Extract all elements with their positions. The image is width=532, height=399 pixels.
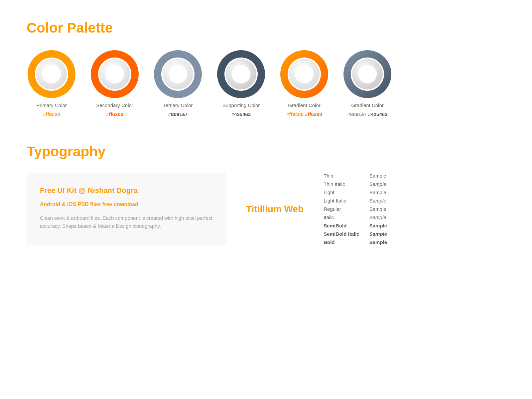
weight-label-bold: Bold [324, 239, 359, 245]
sample-regular: Sample [369, 206, 387, 212]
swatch-gradient2-hex: #8091a7 #425463 [347, 111, 388, 117]
sample-light-italic: Sample [369, 198, 387, 203]
kit-title: Free UI Kit @ Nishant Dogra [40, 186, 213, 195]
sample-thin-italic: Sample [369, 181, 387, 187]
swatch-tertiary: Tertiary Color #8091a7 [153, 49, 203, 117]
typography-content: Free UI Kit @ Nishant Dogra Android & iO… [27, 173, 505, 245]
swatch-secondary-label: Secondary Color [96, 102, 133, 108]
color-swatches-container: Primary Color #ff9c00 Secondary Color #f… [27, 49, 505, 117]
swatch-gradient1-label: Gradient Color [288, 102, 321, 108]
swatch-gradient2: Gradient Color #8091a7 #425463 [342, 49, 392, 117]
donut-gradient1 [279, 49, 329, 99]
weight-label-light: Light [324, 190, 359, 195]
swatch-primary-hex: #ff9c00 [43, 111, 60, 117]
font-weight-labels-col: Thin Thin Italic Light Light Italic Regu… [324, 173, 359, 245]
sample-semibold-italic: Sample [369, 231, 387, 237]
svg-point-19 [295, 65, 314, 83]
typography-card: Free UI Kit @ Nishant Dogra Android & iO… [27, 173, 226, 245]
donut-gradient2 [342, 49, 392, 99]
swatch-supporting-label: Supporting Color [222, 102, 260, 108]
weight-label-regular: Regular [324, 206, 359, 212]
svg-point-15 [232, 65, 250, 83]
swatch-tertiary-label: Tertiary Color [163, 102, 193, 108]
donut-secondary [90, 49, 140, 99]
weight-label-semibold-italic: SemiBold Italic [324, 231, 359, 237]
svg-point-23 [358, 65, 377, 83]
font-weight-samples-col: Sample Sample Sample Sample Sample Sampl… [369, 173, 387, 245]
sample-thin: Sample [369, 173, 387, 179]
swatch-supporting: Supporting Color #425463 [216, 49, 266, 117]
color-palette-section: Color Palette Primary Color #ff9c00 [27, 20, 505, 117]
weight-label-thin: Thin [324, 173, 359, 179]
sample-bold: Sample [369, 239, 387, 245]
swatch-gradient2-label: Gradient Color [351, 102, 384, 108]
kit-subtitle: Android & iOS PSD files free download [40, 201, 213, 207]
swatch-primary: Primary Color #ff9c00 [27, 49, 76, 117]
color-palette-title: Color Palette [27, 20, 505, 36]
sample-light: Sample [369, 190, 387, 195]
weight-label-semibold: SemiBold [324, 223, 359, 228]
swatch-supporting-hex: #425463 [231, 111, 251, 117]
font-weights-table: Thin Thin Italic Light Light Italic Regu… [324, 173, 387, 245]
svg-point-7 [105, 65, 124, 83]
swatch-secondary-hex: #ff6300 [106, 111, 123, 117]
sample-italic: Sample [369, 214, 387, 220]
donut-supporting [216, 49, 266, 99]
typography-title: Typography [27, 144, 505, 160]
weight-label-light-italic: Light Italic [324, 198, 359, 203]
swatch-gradient1-hex: #ff9c00 #ff6300 [286, 111, 322, 117]
swatch-tertiary-hex: #8091a7 [168, 111, 188, 117]
weight-label-thin-italic: Thin Italic [324, 181, 359, 187]
weight-label-italic: Italic [324, 214, 359, 220]
svg-point-11 [169, 65, 187, 83]
donut-primary [27, 49, 76, 99]
swatch-primary-label: Primary Color [36, 102, 67, 108]
typography-right: Titillium Web Thin Thin Italic Light Lig… [246, 173, 387, 245]
swatch-secondary: Secondary Color #ff6300 [90, 49, 140, 117]
font-name: Titillium Web [246, 204, 304, 214]
kit-description: Clean work & artboard files. Each compon… [40, 214, 213, 230]
donut-tertiary [153, 49, 203, 99]
swatch-gradient1: Gradient Color #ff9c00 #ff6300 [279, 49, 329, 117]
sample-semibold: Sample [369, 223, 387, 228]
svg-point-3 [42, 65, 61, 83]
typography-section: Typography Free UI Kit @ Nishant Dogra A… [27, 144, 505, 245]
